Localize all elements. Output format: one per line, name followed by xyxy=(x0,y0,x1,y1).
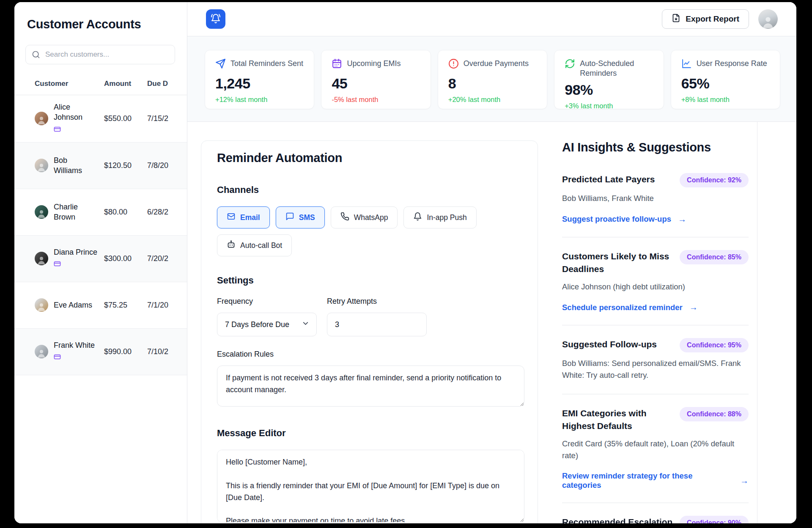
channel-label: SMS xyxy=(299,213,315,222)
channel-label: WhatsApp xyxy=(354,213,388,222)
insight-title: Customers Likely to Miss Deadlines xyxy=(562,250,674,276)
divider xyxy=(562,325,749,325)
export-report-label: Export Report xyxy=(686,14,739,24)
channel-label: Auto-call Bot xyxy=(240,241,282,250)
insight-action-label: Schedule personalized reminder xyxy=(562,303,683,312)
avatar xyxy=(35,252,48,265)
stat-delta: +12% last month xyxy=(215,96,304,104)
confidence-badge: Confidence: 85% xyxy=(680,250,749,264)
avatar xyxy=(35,205,48,219)
stat-label: Auto-Scheduled Reminders xyxy=(580,59,653,78)
table-row[interactable]: Alice Johnson $550.00 7/15/2 xyxy=(14,95,187,143)
topbar: Export Report xyxy=(187,2,796,36)
table-row[interactable]: Eve Adams $75.25 7/1/20 xyxy=(14,282,187,329)
refresh-icon xyxy=(565,59,575,72)
col-customer: Customer xyxy=(35,80,98,88)
channel-email-button[interactable]: Email xyxy=(217,206,270,228)
insight-action-link[interactable]: Suggest proactive follow-ups → xyxy=(562,214,686,224)
insight-description: Bob Williams, Frank White xyxy=(562,192,749,204)
credit-card-icon xyxy=(54,260,97,270)
customer-name: Bob Williams xyxy=(54,156,82,175)
message-square-icon xyxy=(285,212,294,223)
settings-grid: Frequency Retry Attempts 7 Days Before D… xyxy=(217,297,523,336)
main-area: Export Report Total Reminders Sent 1,245… xyxy=(187,2,796,523)
channel-buttons: Email SMS WhatsApp xyxy=(217,206,523,256)
insights-title: AI Insights & Suggestions xyxy=(562,140,749,154)
bell-icon xyxy=(413,212,422,223)
due-date-value: 7/1/20 xyxy=(145,301,187,310)
insight-miss-deadlines: Customers Likely to Miss Deadlines Confi… xyxy=(562,250,749,313)
table-row[interactable]: Charlie Brown $80.00 6/28/2 xyxy=(14,189,187,236)
avatar xyxy=(35,112,48,125)
insight-title: Recommended Escalation Actions xyxy=(562,516,674,523)
table-row[interactable]: Diana Prince $300.00 7/20/2 xyxy=(14,236,187,282)
insight-suggested-followups: Suggested Follow-ups Confidence: 95% Bob… xyxy=(562,338,749,381)
insight-description: Bob Williams: Send personalized email/SM… xyxy=(562,358,749,381)
col-amount: Amount xyxy=(98,80,145,88)
mail-icon xyxy=(227,212,236,223)
channel-label: In-app Push xyxy=(427,213,466,222)
customer-table-header: Customer Amount Due D xyxy=(14,73,187,95)
confidence-badge: Confidence: 95% xyxy=(680,338,749,352)
credit-card-icon xyxy=(54,353,95,363)
divider xyxy=(562,503,749,503)
stat-delta: +3% last month xyxy=(565,102,653,110)
stats-band: Total Reminders Sent 1,245 +12% last mon… xyxy=(187,36,796,122)
table-row[interactable]: Frank White $990.00 7/10/2 xyxy=(14,329,187,375)
automation-title: Reminder Automation xyxy=(217,151,523,165)
stat-value: 8 xyxy=(448,75,537,92)
channel-autocall-bot-button[interactable]: Auto-call Bot xyxy=(217,234,292,256)
confidence-badge: Confidence: 92% xyxy=(680,173,749,187)
due-date-value: 7/20/2 xyxy=(145,254,187,263)
stat-card-upcoming-emis: Upcoming EMIs 45 -5% last month xyxy=(321,50,431,109)
table-row[interactable]: Bob Williams $120.50 7/8/20 xyxy=(14,143,187,189)
message-editor-textarea[interactable]: Hello [Customer Name], This is a friendl… xyxy=(217,450,524,522)
line-chart-icon xyxy=(681,59,692,72)
due-date-value: 7/10/2 xyxy=(145,347,187,356)
stat-delta: -5% last month xyxy=(332,96,420,104)
retry-attempts-input[interactable] xyxy=(327,313,427,336)
divider xyxy=(562,237,749,237)
amount-value: $300.00 xyxy=(98,254,145,263)
sidebar-title: Customer Accounts xyxy=(27,17,187,31)
insight-action-link[interactable]: Schedule personalized reminder → xyxy=(562,302,698,312)
stat-label: User Response Rate xyxy=(697,59,767,69)
frequency-select[interactable]: 7 Days Before Due xyxy=(217,313,317,336)
confidence-badge: Confidence: 90% xyxy=(680,516,749,523)
amount-value: $80.00 xyxy=(98,208,145,217)
stat-card-overdue-payments: Overdue Payments 8 +20% last month xyxy=(438,50,547,109)
stat-value: 45 xyxy=(332,75,420,92)
divider xyxy=(562,394,749,394)
avatar xyxy=(35,298,48,312)
retry-attempts-label: Retry Attempts xyxy=(327,297,427,306)
user-avatar[interactable] xyxy=(758,9,778,29)
stat-delta: +8% last month xyxy=(681,96,770,104)
chevron-down-icon xyxy=(302,319,310,330)
customer-name: Frank White xyxy=(54,341,95,349)
channel-sms-button[interactable]: SMS xyxy=(276,206,325,228)
customer-name: Charlie Brown xyxy=(54,203,78,221)
stat-card-auto-scheduled: Auto-Scheduled Reminders 98% +3% last mo… xyxy=(554,50,664,109)
insight-description: Credit Card (35% default rate), Loan (20… xyxy=(562,438,749,462)
stat-label: Total Reminders Sent xyxy=(230,59,303,69)
stat-value: 65% xyxy=(681,75,770,92)
channel-whatsapp-button[interactable]: WhatsApp xyxy=(331,206,398,228)
search-icon xyxy=(32,50,40,60)
channels-heading: Channels xyxy=(217,184,523,195)
due-date-value: 6/28/2 xyxy=(145,208,187,217)
bot-icon xyxy=(227,240,236,251)
insight-action-label: Review reminder strategy for these categ… xyxy=(562,471,733,490)
confidence-badge: Confidence: 88% xyxy=(680,407,749,421)
due-date-value: 7/15/2 xyxy=(145,114,187,123)
escalation-rules-textarea[interactable]: If payment is not received 3 days after … xyxy=(217,366,524,407)
channel-inapp-push-button[interactable]: In-app Push xyxy=(403,206,476,228)
notifications-button[interactable] xyxy=(206,9,225,29)
arrow-right-icon: → xyxy=(678,214,686,224)
insight-emi-categories: EMI Categories with Highest Defaults Con… xyxy=(562,407,749,490)
export-report-button[interactable]: Export Report xyxy=(662,9,749,29)
insight-action-link[interactable]: Review reminder strategy for these categ… xyxy=(562,471,749,490)
alert-circle-icon xyxy=(448,59,459,72)
search-input[interactable] xyxy=(25,45,175,64)
calendar-icon xyxy=(332,59,342,72)
col-due-date: Due D xyxy=(145,80,187,88)
